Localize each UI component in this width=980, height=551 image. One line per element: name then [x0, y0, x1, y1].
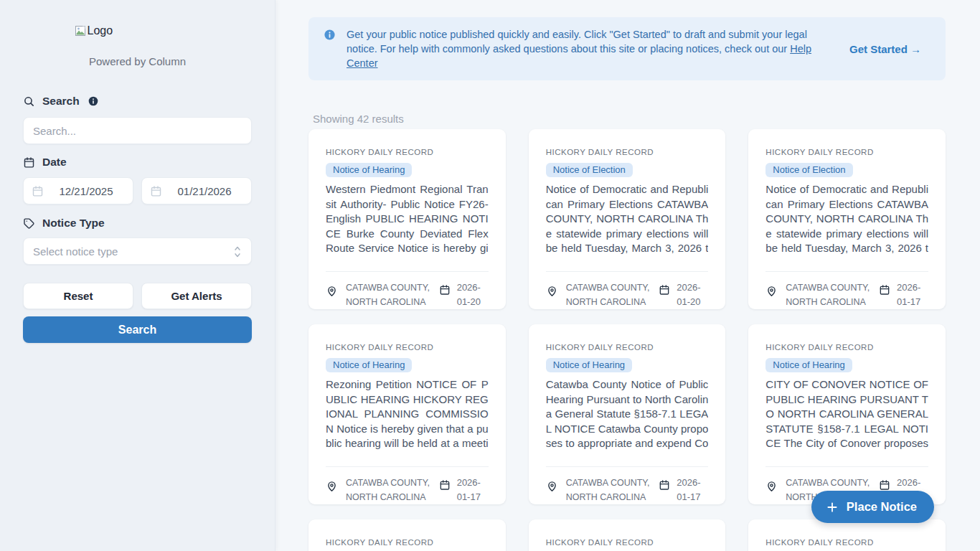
date-to-input[interactable]: 01/21/2026: [141, 177, 252, 204]
notice-location: CATAWBA COUNTY, NORTH CAROLINA: [346, 281, 433, 309]
map-pin-icon: [546, 285, 558, 297]
publication-name: HICKORY DAILY RECORD: [546, 538, 709, 547]
card-divider: [765, 271, 928, 272]
calendar-icon: [23, 156, 35, 169]
notice-card[interactable]: HICKORY DAILY RECORD Notice of Election …: [529, 129, 726, 309]
calendar-icon: [439, 479, 451, 491]
info-icon[interactable]: [88, 95, 99, 107]
search-icon: [23, 95, 35, 108]
notice-location: CATAWBA COUNTY, NORTH CAROLINA: [346, 476, 433, 504]
date-from-input[interactable]: 12/21/2025: [23, 177, 133, 204]
search-section-label: Search: [23, 95, 252, 108]
chevron-up-down-icon: [232, 245, 242, 259]
map-pin-icon: [546, 480, 558, 492]
card-footer: CATAWBA COUNTY, NORTH CAROLINA 2026-01-1…: [326, 476, 489, 504]
map-pin-icon: [326, 480, 338, 492]
notice-card[interactable]: HICKORY DAILY RECORD Notice of Hearing C…: [529, 324, 726, 504]
tag-icon: [23, 217, 35, 230]
calendar-icon: [150, 185, 162, 197]
search-input[interactable]: [23, 117, 252, 144]
notice-type-badge: Notice of Hearing: [546, 358, 632, 372]
card-divider: [326, 466, 489, 467]
map-pin-icon: [326, 285, 338, 297]
map-pin-icon: [765, 285, 778, 297]
notice-card[interactable]: HICKORY DAILY RECORD Notice of Hearing: [529, 519, 726, 551]
notice-type-badge: Notice of Hearing: [765, 358, 852, 372]
publication-name: HICKORY DAILY RECORD: [765, 343, 928, 352]
calendar-icon: [879, 479, 890, 491]
notice-location: CATAWBA COUNTY, NORTH CAROLINA: [566, 281, 654, 309]
get-alerts-button[interactable]: Get Alerts: [141, 283, 252, 309]
card-divider: [326, 271, 489, 272]
card-footer: CATAWBA COUNTY, NORTH CAROLINA 2026-01-1…: [546, 476, 709, 504]
broken-image-icon: [75, 25, 86, 37]
map-pin-icon: [765, 480, 778, 492]
logo-alt-text: Logo: [88, 24, 113, 37]
card-footer: CATAWBA COUNTY, NORTH CAROLINA 2026-01-2…: [326, 281, 489, 309]
card-footer: CATAWBA COUNTY, NORTH CAROLINA 2026-01-2…: [546, 281, 709, 309]
publication-name: HICKORY DAILY RECORD: [326, 343, 489, 352]
notice-date: 2026-01-17: [457, 476, 489, 504]
notice-type-badge: Notice of Election: [765, 163, 852, 177]
notice-excerpt: Rezoning Petition NOTICE OF PUBLIC HEARI…: [326, 377, 489, 451]
publication-name: HICKORY DAILY RECORD: [326, 148, 489, 156]
notice-type-section-label: Notice Type: [23, 217, 252, 230]
date-section-label: Date: [23, 156, 252, 169]
results-area: Get your public notice published quickly…: [275, 0, 980, 551]
plus-icon: [826, 501, 839, 514]
filter-sidebar: Logo Powered by Column Search Date: [0, 0, 275, 551]
notice-type-badge: Notice of Hearing: [326, 358, 412, 372]
notice-excerpt: Notice of Democratic and Republican Prim…: [546, 182, 709, 256]
notice-location: CATAWBA COUNTY, NORTH CAROLINA: [786, 281, 873, 309]
info-icon: [324, 29, 336, 44]
publication-name: HICKORY DAILY RECORD: [765, 148, 928, 156]
publication-name: HICKORY DAILY RECORD: [326, 538, 489, 547]
calendar-icon: [659, 284, 670, 296]
notice-type-badge: Notice of Hearing: [326, 163, 412, 177]
publication-name: HICKORY DAILY RECORD: [765, 538, 928, 547]
notice-card[interactable]: HICKORY DAILY RECORD Notice of Election …: [748, 129, 946, 309]
place-notice-button[interactable]: Place Notice: [811, 491, 934, 523]
notice-date: 2026-01-17: [897, 281, 928, 309]
notice-card[interactable]: HICKORY DAILY RECORD Notice of Hearing R…: [308, 324, 506, 504]
notice-type-select[interactable]: Select notice type: [23, 237, 252, 265]
notice-type-badge: Notice of Election: [546, 163, 633, 177]
results-count: Showing 42 results: [313, 113, 946, 125]
info-banner: Get your public notice published quickly…: [308, 17, 946, 80]
notice-excerpt: Notice of Democratic and Republican Prim…: [765, 182, 928, 256]
reset-button[interactable]: Reset: [23, 283, 133, 309]
notice-location: CATAWBA COUNTY, NORTH CAROLINA: [566, 476, 654, 504]
publication-name: HICKORY DAILY RECORD: [546, 148, 709, 156]
banner-message: Get your public notice published quickly…: [347, 27, 839, 70]
notice-card[interactable]: HICKORY DAILY RECORD Estate (Probate) Fi…: [748, 519, 946, 551]
card-divider: [765, 466, 928, 467]
calendar-icon: [439, 284, 451, 296]
publication-name: HICKORY DAILY RECORD: [546, 343, 709, 352]
notice-date: 2026-01-20: [457, 281, 489, 309]
notice-excerpt: CITY OF CONOVER NOTICE OF PUBLIC HEARING…: [765, 377, 928, 451]
card-footer: CATAWBA COUNTY, NORTH CAROLINA 2026-01-1…: [765, 281, 928, 309]
powered-by-text: Powered by Column: [23, 55, 252, 67]
notice-date: 2026-01-17: [677, 476, 708, 504]
notice-excerpt: Western Piedmont Regional Transit Author…: [326, 182, 489, 256]
logo: Logo: [75, 24, 201, 39]
calendar-icon: [32, 185, 44, 197]
get-started-link[interactable]: Get Started →: [849, 43, 921, 55]
cards-grid: HICKORY DAILY RECORD Notice of Hearing W…: [308, 129, 946, 551]
notice-date: 2026-01-20: [677, 281, 708, 309]
card-divider: [546, 271, 709, 272]
calendar-icon: [659, 479, 670, 491]
notice-excerpt: Catawba County Notice of Public Hearing …: [546, 377, 709, 451]
calendar-icon: [879, 284, 890, 296]
search-button[interactable]: Search: [23, 316, 252, 343]
card-divider: [546, 466, 709, 467]
notice-card[interactable]: HICKORY DAILY RECORD Notice of Hearing C…: [748, 324, 946, 504]
notice-card[interactable]: HICKORY DAILY RECORD Public Notice: [308, 519, 506, 551]
notice-card[interactable]: HICKORY DAILY RECORD Notice of Hearing W…: [308, 129, 506, 309]
